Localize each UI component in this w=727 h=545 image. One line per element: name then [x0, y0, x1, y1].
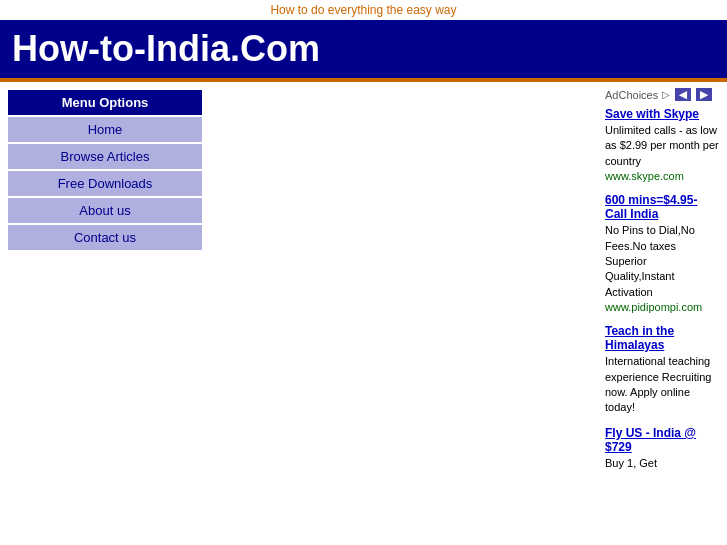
- ad-desc-1: Unlimited calls - as low as $2.99 per mo…: [605, 124, 719, 167]
- ad-url-1: www.skype.com: [605, 170, 684, 182]
- sidebar-item-home[interactable]: Home: [8, 117, 202, 142]
- ad-item-3: Teach in the Himalayas International tea…: [605, 324, 719, 416]
- ad-link-4[interactable]: Fly US - India @ $729: [605, 426, 719, 454]
- ad-desc-3: International teaching experience Recrui…: [605, 355, 711, 413]
- ad-item-4: Fly US - India @ $729 Buy 1, Get: [605, 426, 719, 471]
- sidebar-item-about-us[interactable]: About us: [8, 198, 202, 223]
- ad-item-1: Save with Skype Unlimited calls - as low…: [605, 107, 719, 183]
- site-title: How-to-India.Com: [12, 28, 715, 70]
- ad-link-1[interactable]: Save with Skype: [605, 107, 719, 121]
- menu-title: Menu Options: [8, 90, 202, 115]
- ad-panel: AdChoices ▷ ◀ ▶ Save with Skype Unlimite…: [597, 82, 727, 487]
- ad-desc-2: No Pins to Dial,No Fees.No taxes Superio…: [605, 224, 695, 298]
- ad-choices-bar: AdChoices ▷ ◀ ▶: [605, 88, 719, 101]
- ad-link-2[interactable]: 600 mins=$4.95- Call India: [605, 193, 719, 221]
- ad-item-2: 600 mins=$4.95- Call India No Pins to Di…: [605, 193, 719, 314]
- ad-choices-icon: ▷: [662, 89, 670, 100]
- sidebar-item-browse-articles[interactable]: Browse Articles: [8, 144, 202, 169]
- ad-url-2: www.pidipompi.com: [605, 301, 702, 313]
- main-layout: Menu Options Home Browse Articles Free D…: [0, 82, 727, 487]
- ad-prev-button[interactable]: ◀: [675, 88, 691, 101]
- site-header: How-to-India.Com: [0, 20, 727, 82]
- ad-link-3[interactable]: Teach in the Himalayas: [605, 324, 719, 352]
- sidebar: Menu Options Home Browse Articles Free D…: [0, 82, 210, 487]
- main-content: [210, 82, 597, 487]
- sidebar-item-contact-us[interactable]: Contact us: [8, 225, 202, 250]
- ad-next-button[interactable]: ▶: [696, 88, 712, 101]
- ad-desc-4: Buy 1, Get: [605, 457, 657, 469]
- sidebar-item-free-downloads[interactable]: Free Downloads: [8, 171, 202, 196]
- ad-choices-label: AdChoices: [605, 89, 658, 101]
- tagline: How to do everything the easy way: [0, 0, 727, 20]
